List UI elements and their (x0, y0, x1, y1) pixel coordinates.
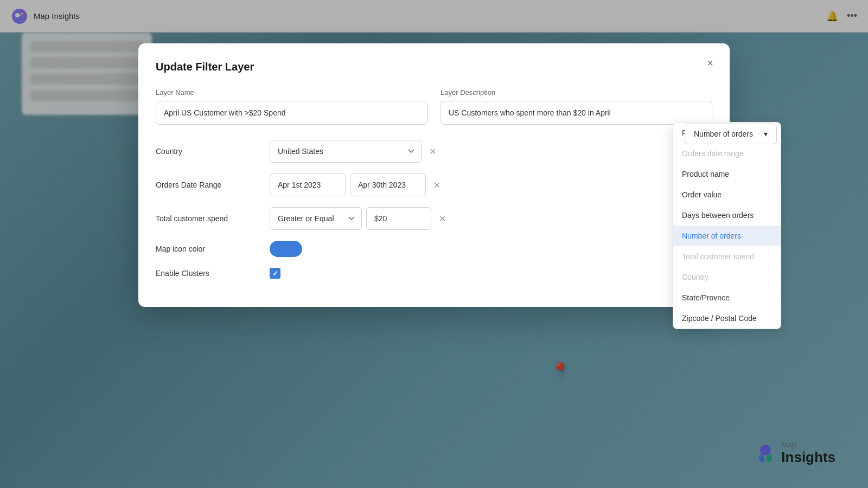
chevron-down-icon: ▾ (764, 130, 768, 138)
spend-operator-select[interactable]: Greater or Equal (270, 207, 362, 230)
num-orders-trigger-label: Number of orders (694, 130, 753, 138)
dropdown-item-orders-date-range: Orders date range (673, 143, 781, 164)
layer-name-input[interactable] (156, 101, 427, 125)
layer-desc-field: Layer Description (441, 88, 712, 125)
spend-filter-controls: Greater or Equal ✕ (270, 207, 449, 230)
layer-name-label: Layer Name (156, 88, 427, 97)
layer-desc-label: Layer Description (441, 88, 712, 97)
spend-clear-button[interactable]: ✕ (436, 212, 449, 225)
clusters-checkbox[interactable] (270, 268, 280, 279)
dropdown-item-zipcode[interactable]: Zipcode / Postal Code (673, 308, 781, 329)
clusters-controls (270, 268, 280, 279)
dropdown-item-total-spend: Total customer spend (673, 246, 781, 267)
spend-filter-label: Total customer spend (156, 214, 270, 223)
date-range-controls: ✕ (270, 174, 443, 196)
num-orders-dropdown-area: Number of orders ▾ (685, 124, 777, 144)
modal-dialog: Update Filter Layer × Layer Name Layer D… (138, 43, 730, 307)
modal-title: Update Filter Layer (156, 61, 712, 73)
date-range-clear-button[interactable]: ✕ (430, 178, 443, 191)
dropdown-item-days-between[interactable]: Days between orders (673, 205, 781, 226)
date-range-filter-row: Orders Date Range ✕ (156, 174, 712, 196)
layer-desc-input[interactable] (441, 101, 712, 125)
spend-value-input[interactable] (366, 207, 431, 230)
dropdown-item-num-orders[interactable]: Number of orders (673, 226, 781, 246)
layer-name-field: Layer Name (156, 88, 427, 125)
spend-filter-row: Total customer spend Greater or Equal ✕ (156, 207, 712, 230)
clusters-filter-row: Enable Clusters (156, 268, 712, 279)
country-filter-controls: United States ✕ (270, 140, 439, 163)
form-top-row: Layer Name Layer Description (156, 88, 712, 125)
color-controls (270, 241, 302, 257)
country-clear-button[interactable]: ✕ (426, 145, 439, 158)
dropdown-item-order-value[interactable]: Order value (673, 184, 781, 205)
modal-close-button[interactable]: × (701, 54, 719, 72)
dropdown-item-state-province[interactable]: State/Provnce (673, 287, 781, 308)
date-range-label: Orders Date Range (156, 181, 270, 189)
date-from-input[interactable] (270, 174, 346, 196)
country-select[interactable]: United States (270, 140, 422, 163)
date-to-input[interactable] (350, 174, 426, 196)
dropdown-item-country: Country (673, 267, 781, 287)
dropdown-item-product-name[interactable]: Product name (673, 164, 781, 184)
clusters-label: Enable Clusters (156, 269, 270, 278)
country-filter-label: Country (156, 147, 270, 156)
country-filter-row: Country United States ✕ (156, 140, 712, 163)
color-label: Map icon color (156, 245, 270, 253)
dropdown-menu: First order date Orders date range Produ… (673, 122, 781, 329)
color-swatch-button[interactable] (270, 241, 302, 257)
num-orders-trigger-button[interactable]: Number of orders ▾ (685, 124, 777, 144)
color-filter-row: Map icon color (156, 241, 712, 257)
